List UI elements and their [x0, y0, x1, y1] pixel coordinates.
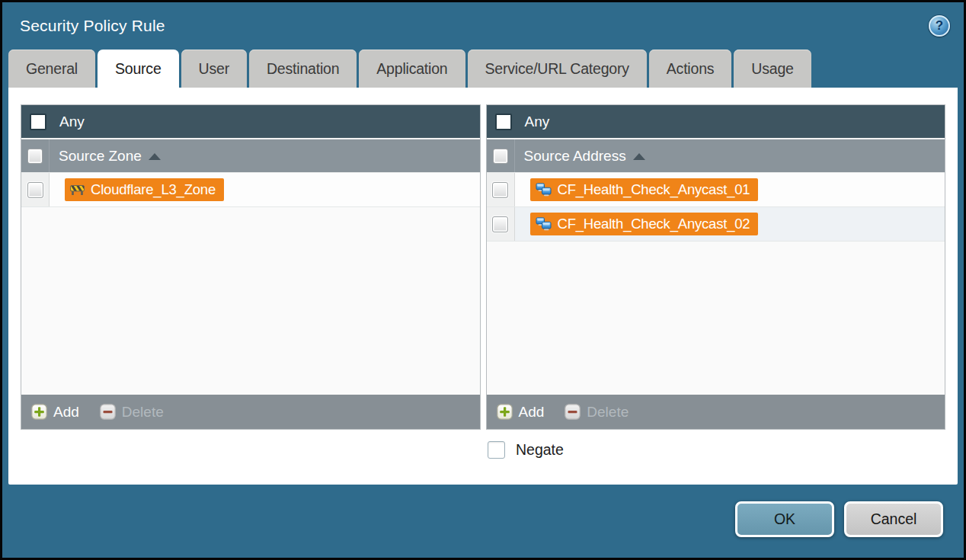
tab-user[interactable]: User: [181, 50, 247, 88]
source-address-any-label: Any: [525, 114, 550, 130]
row-checkbox[interactable]: [492, 182, 508, 198]
cancel-button[interactable]: Cancel: [844, 501, 943, 537]
negate-checkbox[interactable]: [488, 441, 505, 459]
source-address-select-all-checkbox[interactable]: [493, 149, 508, 164]
address-icon: [536, 217, 552, 231]
source-address-rows: CF_Health_Check_Anycast_01: [487, 173, 945, 395]
sort-ascending-icon: [633, 153, 645, 160]
tab-service-url-category[interactable]: Service/URL Category: [468, 50, 647, 88]
source-address-any-bar: Any: [487, 105, 945, 139]
row-checkbox-cell: [21, 173, 50, 206]
zone-icon: [70, 184, 85, 196]
delete-button-label: Delete: [587, 404, 629, 421]
source-zone-select-all-checkbox[interactable]: [27, 149, 43, 164]
negate-label: Negate: [516, 441, 564, 459]
row-checkbox-cell: [487, 207, 515, 241]
sort-ascending-icon: [149, 153, 161, 160]
tab-bar: General Source User Destination Applicat…: [2, 50, 964, 88]
row-checkbox[interactable]: [27, 182, 43, 198]
source-address-panel: Any Source Address: [486, 104, 946, 430]
panels-container: Any Source Zone: [21, 104, 945, 430]
header-checkbox-cell: [487, 139, 515, 172]
tab-destination[interactable]: Destination: [249, 50, 357, 88]
address-icon: [536, 183, 552, 197]
table-row[interactable]: CF_Health_Check_Anycast_01: [487, 173, 945, 207]
row-object-cell: CF_Health_Check_Anycast_02: [515, 207, 945, 241]
source-zone-panel-footer: Add Delete: [21, 395, 480, 429]
address-object-tag[interactable]: CF_Health_Check_Anycast_01: [530, 178, 759, 201]
delete-icon: [100, 404, 116, 420]
dialog-title: Security Policy Rule: [20, 17, 165, 35]
source-zone-panel: Any Source Zone: [21, 104, 481, 430]
source-zone-any-checkbox[interactable]: [30, 114, 46, 130]
address-object-label: CF_Health_Check_Anycast_01: [558, 181, 750, 198]
add-icon: [31, 404, 47, 420]
tab-source[interactable]: Source: [98, 50, 179, 88]
delete-icon: [565, 404, 581, 420]
zone-object-label: Cloudflare_L3_Zone: [91, 181, 216, 198]
row-object-cell: Cloudflare_L3_Zone: [50, 173, 480, 206]
source-zone-any-bar: Any: [21, 105, 480, 139]
add-icon: [497, 404, 513, 420]
source-address-panel-footer: Add Delete: [487, 395, 945, 429]
add-button-label: Add: [519, 404, 545, 421]
delete-button-label: Delete: [122, 404, 164, 421]
table-row[interactable]: CF_Health_Check_Anycast_02: [487, 207, 945, 242]
add-button-label: Add: [53, 404, 79, 421]
zone-object-tag[interactable]: Cloudflare_L3_Zone: [65, 178, 224, 201]
source-address-any-checkbox[interactable]: [495, 114, 512, 130]
row-object-cell: CF_Health_Check_Anycast_01: [515, 173, 945, 206]
row-checkbox[interactable]: [492, 216, 508, 232]
address-object-label: CF_Health_Check_Anycast_02: [558, 216, 750, 232]
header-checkbox-cell: [21, 139, 50, 172]
dialog-footer: OK Cancel: [2, 485, 964, 558]
source-zone-any-label: Any: [59, 114, 85, 130]
help-icon[interactable]: ?: [929, 15, 950, 37]
negate-row: Negate: [488, 441, 945, 459]
address-object-tag[interactable]: CF_Health_Check_Anycast_02: [530, 213, 759, 235]
delete-button[interactable]: Delete: [100, 404, 164, 421]
source-address-column-header[interactable]: Source Address: [487, 139, 945, 173]
source-zone-rows: Cloudflare_L3_Zone: [21, 173, 480, 395]
row-checkbox-cell: [487, 173, 515, 206]
table-row[interactable]: Cloudflare_L3_Zone: [21, 173, 480, 207]
source-zone-column-label: Source Zone: [59, 148, 142, 165]
tab-usage[interactable]: Usage: [734, 50, 811, 88]
tab-application[interactable]: Application: [359, 50, 465, 88]
tab-actions[interactable]: Actions: [649, 50, 732, 88]
source-tab-content: Any Source Zone: [8, 88, 958, 485]
delete-button[interactable]: Delete: [565, 404, 629, 421]
source-zone-column-header[interactable]: Source Zone: [21, 139, 480, 173]
source-address-column-label: Source Address: [524, 148, 626, 165]
tab-general[interactable]: General: [8, 50, 95, 88]
security-policy-rule-dialog: Security Policy Rule ? General Source Us…: [0, 0, 966, 560]
add-button[interactable]: Add: [31, 404, 79, 421]
ok-button[interactable]: OK: [735, 501, 834, 537]
title-bar: Security Policy Rule ?: [2, 2, 964, 50]
add-button[interactable]: Add: [497, 404, 545, 421]
